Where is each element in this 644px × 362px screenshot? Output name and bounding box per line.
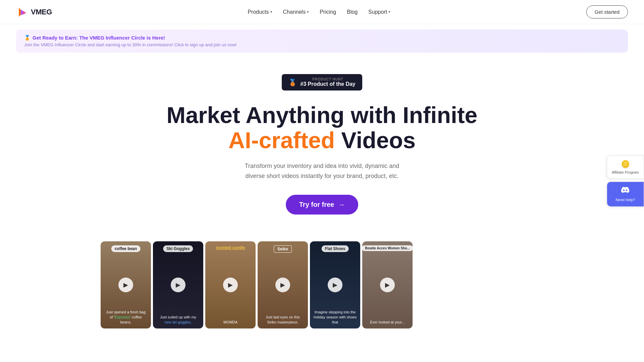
logo-text: VMEG — [31, 8, 52, 16]
video-caption: Just laid eyes on this Seiko masterpiece… — [261, 315, 305, 325]
nav-channels[interactable]: Channels ▾ — [283, 9, 309, 15]
video-card[interactable]: scented candle ▶ MOMDA — [205, 241, 256, 328]
floating-sidebar: 🪙 Affiliate Program Need Help? — [607, 156, 644, 207]
banner-title: 🏅Get Ready to Earn: The VMEG Influencer … — [24, 35, 620, 41]
discord-icon — [612, 186, 639, 196]
need-help-button[interactable]: Need Help? — [607, 182, 644, 206]
affiliate-banner[interactable]: 🏅Get Ready to Earn: The VMEG Influencer … — [16, 29, 628, 53]
video-strip: coffee bean ▶ Just opened a fresh bag of… — [0, 228, 644, 328]
play-button[interactable]: ▶ — [223, 278, 238, 292]
nav-links: Products ▾ Channels ▾ Pricing Blog Suppo… — [248, 9, 390, 15]
coin-icon: 🪙 — [612, 160, 639, 169]
try-free-button[interactable]: Try for free → — [286, 195, 358, 215]
play-button[interactable]: ▶ — [380, 278, 395, 292]
nav-products[interactable]: Products ▾ — [248, 9, 272, 15]
vmeg-logo-icon — [16, 6, 28, 18]
chevron-down-icon: ▾ — [270, 10, 272, 14]
video-caption: Imagine stepping into the holiday season… — [313, 310, 357, 325]
affiliate-program-button[interactable]: 🪙 Affiliate Program — [607, 156, 644, 179]
video-card[interactable]: Ski Goggles ▶ Just suited up with my new… — [153, 241, 203, 328]
navbar: VMEG Products ▾ Channels ▾ Pricing Blog … — [0, 0, 644, 24]
play-button[interactable]: ▶ — [171, 278, 185, 292]
video-card[interactable]: Flat Shoes ▶ Imagine stepping into the h… — [310, 241, 360, 328]
video-caption: Just suited up with my new ski goggles, — [156, 315, 200, 325]
play-button[interactable]: ▶ — [328, 278, 342, 292]
video-label: Ski Goggles — [163, 245, 193, 252]
nav-support[interactable]: Support ▾ — [368, 9, 390, 15]
hero-subtext: Transform your inventory and idea into v… — [235, 161, 409, 181]
video-caption: Just opened a fresh bag of 'Espresso' co… — [104, 310, 148, 325]
product-hunt-badge[interactable]: 🥉 PRODUCT HUNT #3 Product of the Day — [282, 74, 362, 90]
video-label: scented candle — [216, 245, 245, 250]
hero-section: 🥉 PRODUCT HUNT #3 Product of the Day Mar… — [0, 58, 644, 228]
svg-marker-2 — [23, 11, 26, 15]
chevron-down-icon: ▾ — [388, 10, 390, 14]
play-button[interactable]: ▶ — [118, 278, 133, 292]
hero-headline: Market Anything with Infinite AI-crafted… — [16, 103, 628, 153]
video-card[interactable]: Bowtie Acces Women Sho... ▶ Ever looked … — [362, 241, 413, 328]
get-started-button[interactable]: Get started — [586, 5, 628, 18]
arrow-right-icon: → — [338, 201, 345, 208]
video-card[interactable]: coffee bean ▶ Just opened a fresh bag of… — [101, 241, 151, 328]
video-label: Bowtie Acces Women Sho... — [362, 245, 413, 251]
video-caption: MOMDA — [209, 320, 252, 325]
nav-blog[interactable]: Blog — [347, 9, 358, 15]
video-card[interactable]: Seiko ▶ Just laid eyes on this Seiko mas… — [258, 241, 308, 328]
video-label: Flat Shoes — [322, 245, 349, 252]
affiliate-label: Affiliate Program — [612, 170, 639, 175]
video-label: coffee bean — [111, 245, 141, 252]
chevron-down-icon: ▾ — [307, 10, 309, 14]
help-label: Need Help? — [612, 197, 639, 202]
play-button[interactable]: ▶ — [275, 278, 290, 292]
banner-emoji: 🏅 — [24, 35, 31, 41]
nav-pricing[interactable]: Pricing — [320, 9, 336, 15]
video-label: Seiko — [274, 245, 292, 253]
medal-icon: 🥉 — [288, 78, 297, 86]
logo-link[interactable]: VMEG — [16, 6, 52, 18]
banner-subtitle: Join the VMEG Influencer Circle and star… — [24, 42, 620, 47]
video-caption: Ever looked at your... — [366, 320, 409, 325]
